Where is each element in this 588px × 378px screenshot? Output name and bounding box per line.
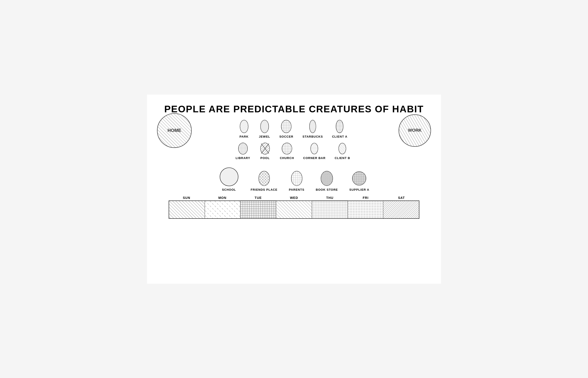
svg-rect-58 [276,201,312,218]
svg-point-45 [321,171,333,186]
clienta-icon-group: CLIENT A [332,119,347,138]
svg-point-10 [260,120,269,133]
svg-rect-65 [383,201,419,218]
day-bar-sun [169,201,205,218]
jewel-icon-group: JEWEL [259,119,270,138]
days-header: SUN MON TUE WED THU FRI SAT [169,196,419,201]
soccer-icon-group: SOCCER [279,119,294,138]
friendsplace-icon-group: FRIENDS PLACE [251,170,278,191]
svg-text:WORK: WORK [408,128,422,133]
svg-point-20 [238,143,247,154]
svg-text:HOME: HOME [167,128,181,133]
svg-point-40 [291,171,302,186]
starbucks-icon-group: STARBUCKS [302,119,323,138]
day-bar-fri [348,201,383,218]
work-circle: WORK [398,113,432,148]
diagram-area: HOME WORK [147,115,441,219]
svg-point-15 [310,120,316,133]
svg-point-29 [282,143,292,154]
day-bar-tue [240,201,276,218]
svg-point-8 [240,120,248,133]
svg-point-33 [339,143,346,154]
svg-rect-63 [348,201,383,218]
svg-point-35 [220,168,238,186]
svg-rect-56 [240,201,276,218]
school-icon-group: SCHOOL [219,167,239,191]
library-icon-group: LIBRARY [236,142,250,160]
day-tue: TUE [240,196,276,201]
svg-point-50 [352,172,366,185]
main-page: PEOPLE ARE PREDICTABLE CREATURES OF HABI… [147,94,441,284]
pool-icon-group: POOL [259,142,271,160]
day-bar-wed [276,201,312,218]
cornerbar-icon-group: CORNER BAR [303,142,326,160]
home-circle: HOME [156,112,192,150]
row1-icons: PARK JEWEL [238,119,348,138]
day-bar-mon [205,201,241,218]
day-sat: SAT [383,196,419,201]
row3-icons: SCHOOL FRIENDS PLACE [147,164,441,191]
svg-point-17 [336,120,343,133]
day-fri: FRI [348,196,383,201]
day-mon: MON [205,196,240,201]
svg-point-31 [311,143,318,154]
day-thu: THU [312,196,348,201]
park-icon-group: PARK [238,119,250,138]
svg-rect-61 [312,201,348,218]
clientb-icon-group: CLIENT B [335,142,350,160]
bookstore-icon-group: BOOK STORE [316,170,338,191]
church-icon-group: CHURCH [280,142,294,160]
svg-rect-52 [169,201,205,218]
svg-rect-54 [205,201,240,218]
row1: HOME WORK [147,117,441,138]
days-section: SUN MON TUE WED THU FRI SAT [169,196,419,219]
svg-point-37 [259,171,270,186]
suppliera-icon-group: SUPPLIER A [349,170,369,191]
days-bar [169,201,419,219]
page-title: PEOPLE ARE PREDICTABLE CREATURES OF HABI… [147,94,441,115]
parents-icon-group: PARENTS [289,170,304,191]
day-sun: SUN [169,196,205,201]
svg-point-13 [281,120,291,133]
day-bar-thu [312,201,348,218]
day-bar-sat [383,201,419,218]
day-wed: WED [276,196,312,201]
